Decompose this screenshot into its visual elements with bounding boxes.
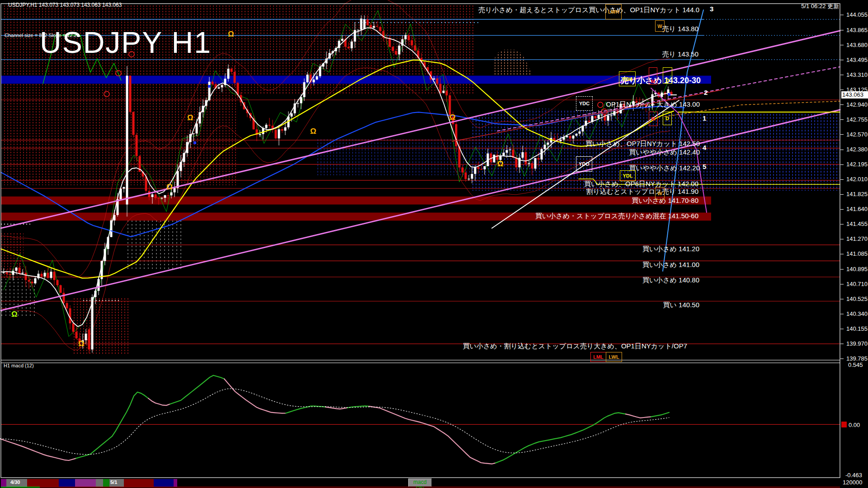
macd-toggle-button[interactable]: macd ON — [408, 479, 432, 487]
marker-box-m: M — [649, 67, 657, 84]
macd-indicator-label: H1 macd (12) — [4, 363, 34, 368]
marker-box-d: D — [663, 112, 672, 125]
omega-marker: Ω — [11, 310, 18, 319]
level-annotation: 買い小さめ、OP7日NYカット 142.50 — [585, 140, 700, 148]
level-annotation: 買いやや小さめ 142.40 — [629, 148, 700, 157]
price-axis-label: 141.455 — [846, 221, 868, 227]
omega-marker: Ω — [187, 113, 193, 122]
volume-label: 120000 — [843, 479, 862, 486]
omega-marker: Ω — [310, 127, 316, 136]
marker-box-ydl: YDL — [620, 170, 636, 181]
macd-axis-zero: 0.00 — [849, 422, 860, 428]
macd-axis-top: 0.545 — [848, 361, 863, 368]
level-annotation: 買い小さめ 141.00 — [642, 261, 699, 269]
trading-app-window: USDJPY,H1 143.073 143.073 143.063 143.06… — [0, 0, 868, 488]
price-axis-label: 140.155 — [846, 325, 868, 332]
price-axis-label: 141.640 — [846, 206, 868, 212]
price-axis-label: 140.895 — [846, 266, 868, 272]
update-timestamp: 5/1 06:22 更新 — [801, 2, 839, 10]
price-axis-label: 140.340 — [846, 310, 868, 317]
marker-box-lwl: LWL — [606, 352, 622, 362]
level-annotation: 買い 140.50 — [663, 301, 699, 310]
macd-axis-bottom: -0.463 — [845, 472, 862, 479]
marker-box-lwh: LWH — [605, 4, 622, 19]
omega-marker: Ω — [449, 113, 456, 122]
level-annotation: 売り小さめ・超えるとストップロス買い小さめ、OP1日NYカット 144.0 — [478, 6, 699, 14]
level-annotation: 買い小さめ 141.70-80 — [632, 197, 698, 205]
price-axis-label: 139.785 — [846, 355, 868, 362]
marker-box-lml: LML — [590, 352, 606, 362]
marker-box-ydh: YDH — [619, 71, 636, 86]
level-annotation: 売り 143.80 — [662, 25, 698, 33]
price-axis-label: 142.570 — [846, 131, 868, 138]
price-axis-label: 142.010 — [846, 176, 868, 183]
price-axis-label: 140.525 — [846, 296, 868, 302]
level-annotation: 割り込むとストップロス売り 141.90 — [586, 188, 698, 196]
price-axis-label: 141.270 — [846, 235, 868, 242]
chart-watermark: USDJPY H1 — [40, 25, 212, 60]
level-annotation: 買い小さめ 140.80 — [642, 276, 699, 285]
level-annotation: 買いやや小さめ 142.20 — [629, 164, 700, 173]
level-annotation: 買い小さめ・ストップロス売り小さめ混在 141.50-60 — [535, 212, 698, 221]
marker-box-w: W — [655, 20, 665, 32]
wave-number-5: 5 — [703, 163, 706, 170]
price-axis-label: 142.940 — [846, 101, 868, 108]
price-axis-label: 144.055 — [846, 11, 868, 18]
omega-marker: Ω — [78, 339, 85, 348]
omega-marker: Ω — [228, 30, 234, 39]
marker-box-m: M — [649, 112, 658, 126]
price-axis-label: 139.970 — [846, 340, 868, 347]
price-axis-label: 142.755 — [846, 116, 868, 123]
price-axis-label: 143.680 — [846, 42, 868, 48]
marker-box-ydo: YDO — [576, 156, 592, 172]
omega-marker: Ω — [497, 160, 504, 169]
level-annotation: 買い小さめ 141.20 — [642, 245, 699, 253]
price-axis-label: 141.825 — [846, 191, 868, 197]
level-annotation: 売り 143.50 — [662, 50, 698, 59]
price-axis-label: 142.380 — [846, 146, 868, 153]
macd-zero-marker — [841, 422, 847, 427]
symbol-ohlc-line: USDJPY,H1 143.073 143.073 143.063 143.06… — [8, 2, 122, 8]
level-annotation: OP1日NYカット大きめ 143.00 — [606, 100, 700, 109]
price-axis-label: 143.310 — [846, 71, 868, 78]
price-axis-label: 140.710 — [846, 281, 868, 287]
marker-box-ydc: YDC — [576, 96, 593, 111]
wave-number-2: 2 — [704, 89, 708, 96]
price-axis-label: 143.865 — [846, 27, 868, 33]
timeline-date-label: 4/30 — [10, 479, 20, 485]
wave-number-1: 1 — [703, 114, 706, 122]
timeline-date-label: 5/1 — [110, 479, 117, 485]
wave-number-4: 4 — [703, 144, 706, 151]
price-axis-label: 142.195 — [846, 161, 868, 168]
marker-box-w: W — [655, 187, 665, 200]
price-axis-label: 143.125 — [846, 86, 868, 93]
level-annotation: 買い小さめ・割り込むとストップロス売り大きめ、OP1日NYカット/OP7 — [463, 342, 687, 351]
marker-box-d: D — [663, 67, 672, 84]
price-axis-label: 143.495 — [846, 56, 868, 63]
wave-number-3: 3 — [710, 5, 713, 13]
chart-canvas — [0, 0, 868, 488]
omega-marker: Ω — [166, 183, 173, 192]
price-axis-label: 141.085 — [846, 250, 868, 257]
